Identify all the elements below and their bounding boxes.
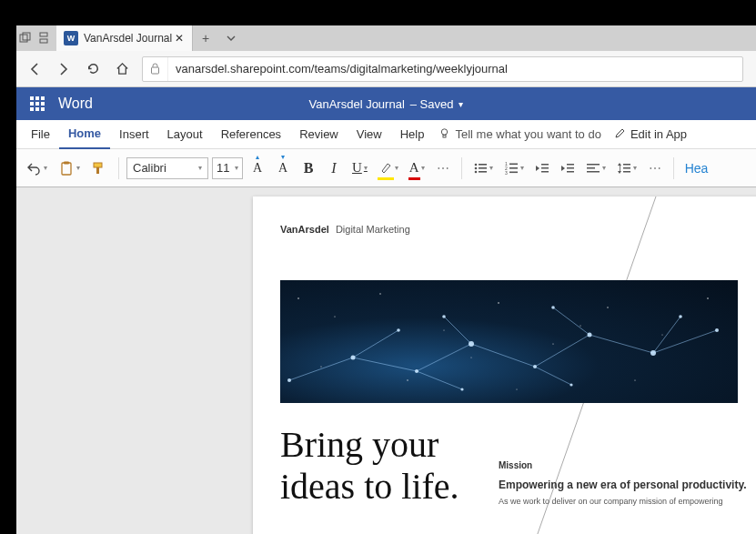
brand-subname: Digital Marketing [336,224,410,235]
browser-titlebar: W VanArsdel Journal ✕ + [16,25,756,51]
svg-rect-3 [40,39,47,43]
chevron-down-icon: ▾ [235,164,238,172]
close-tab-button[interactable]: ✕ [172,31,186,45]
svg-rect-35 [623,171,630,173]
svg-rect-23 [541,164,549,166]
underline-button[interactable]: U▾ [348,155,371,182]
separator [673,157,674,179]
bold-button[interactable]: B [297,155,319,182]
svg-point-78 [570,383,572,386]
menu-help[interactable]: Help [391,120,434,149]
menu-insert[interactable]: Insert [110,120,158,149]
browser-tab[interactable]: W VanArsdel Journal ✕ [56,25,193,51]
svg-rect-2 [40,33,47,36]
menu-layout[interactable]: Layout [158,120,212,149]
line-spacing-button[interactable]: ▾ [613,155,640,182]
edit-in-app-button[interactable]: Edit in App [614,127,687,142]
styles-button[interactable]: Hea [681,155,712,182]
svg-line-59 [353,330,398,358]
svg-line-55 [471,344,535,367]
shrink-font-button[interactable]: A▾ [272,155,294,182]
separator [118,157,119,179]
chevron-down-icon: ▾ [44,164,47,172]
pencil-icon [614,127,626,142]
paste-button[interactable]: ▾ [55,155,84,182]
headline-line2: ideas to life. [280,466,459,507]
document-page[interactable]: VanArsdel Digital Marketing Bring your i… [253,196,756,534]
chevron-down-icon: ▾ [520,164,524,172]
undo-button[interactable]: ▾ [22,155,51,182]
tell-me-search[interactable]: Tell me what you want to do [438,127,600,142]
menu-references[interactable]: References [212,120,290,149]
bullets-button[interactable]: ▾ [469,155,497,182]
word-menubar: File Home Insert Layout References Revie… [16,120,756,149]
ribbon: ▾ ▾ Calibri ▾ 11 ▾ A▴ A▾ B I U▾ [16,149,756,187]
highlight-button[interactable]: ▾ [375,155,402,182]
decrease-indent-button[interactable] [531,155,553,182]
chevron-down-icon: ▾ [633,164,637,172]
tell-me-label: Tell me what you want to do [455,127,600,141]
svg-rect-29 [587,164,600,166]
increase-indent-button[interactable] [557,155,579,182]
tab-actions-icon-2[interactable] [35,25,53,51]
edit-in-app-label: Edit in App [630,127,687,141]
chevron-down-icon: ▾ [364,164,368,172]
chevron-down-icon: ▾ [198,164,202,172]
headline-line1: Bring your [280,424,438,465]
font-size-value: 11 [217,161,229,175]
svg-rect-24 [541,167,549,169]
svg-point-76 [679,315,682,318]
refresh-button[interactable] [78,55,107,84]
svg-line-52 [289,358,353,380]
svg-point-68 [469,341,474,347]
tab-actions-icon-1[interactable] [16,25,35,51]
back-button[interactable] [20,55,49,84]
font-size-select[interactable]: 11 ▾ [212,157,243,179]
doc-title-text: VanArsdel Journal [309,97,405,111]
font-color-button[interactable]: A ▾ [406,155,428,182]
svg-rect-20 [509,167,518,169]
svg-rect-33 [623,164,630,166]
svg-rect-32 [620,165,620,172]
section-subheading: Empowering a new era of personal product… [499,479,747,491]
svg-rect-6 [443,135,446,137]
svg-point-67 [415,369,418,373]
svg-line-54 [417,344,471,371]
menu-file[interactable]: File [22,120,59,149]
address-bar[interactable]: vanarsdel.sharepoint.com/teams/digitalma… [142,56,743,82]
svg-rect-16 [479,171,487,173]
svg-line-58 [653,330,717,353]
format-painter-button[interactable] [87,155,111,182]
document-canvas[interactable]: VanArsdel Digital Marketing Bring your i… [16,187,756,534]
svg-point-5 [442,128,448,134]
svg-line-53 [353,358,417,371]
paragraph-overflow-button[interactable]: ⋯ [644,155,666,182]
new-tab-button[interactable]: + [193,25,218,51]
numbering-button[interactable]: 123 ▾ [500,155,528,182]
svg-rect-18 [509,163,518,165]
grow-font-button[interactable]: A▴ [247,155,268,182]
forward-button[interactable] [49,55,78,84]
chevron-down-icon: ▾ [421,164,425,172]
menu-view[interactable]: View [348,120,391,149]
menu-home[interactable]: Home [59,120,110,149]
align-button[interactable]: ▾ [582,155,610,182]
tabs-dropdown-button[interactable] [218,25,244,51]
font-name-select[interactable]: Calibri ▾ [126,157,208,179]
svg-rect-14 [479,167,487,169]
font-name-value: Calibri [133,161,166,175]
separator [461,157,462,179]
home-button[interactable] [107,55,136,84]
menu-review[interactable]: Review [290,120,348,149]
svg-rect-25 [541,171,549,173]
italic-button[interactable]: I [323,155,345,182]
svg-point-75 [551,306,555,309]
svg-rect-10 [96,167,99,174]
chevron-down-icon: ▾ [602,164,606,172]
tab-title: VanArsdel Journal [84,32,172,45]
document-title-button[interactable]: VanArsdel Journal – Saved ▾ [309,97,464,111]
app-launcher-icon[interactable] [24,90,51,117]
saved-status: – Saved [410,97,454,111]
font-overflow-button[interactable]: ⋯ [432,155,454,182]
svg-line-62 [653,317,680,353]
